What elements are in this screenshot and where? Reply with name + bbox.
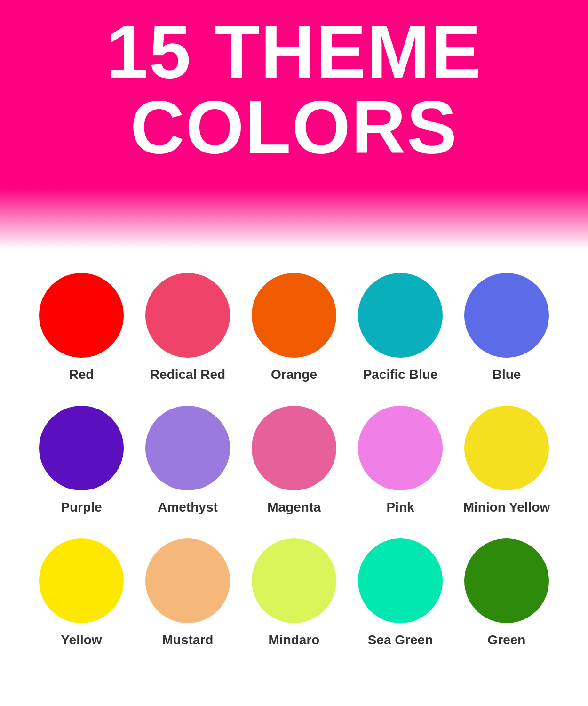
header: 15 THEME COLORS — [0, 0, 588, 188]
page-title: 15 THEME COLORS — [9, 14, 579, 165]
color-item-green: Green — [453, 529, 560, 662]
color-circle-mindaro — [252, 538, 336, 623]
color-item-sea-green: Sea Green — [347, 529, 453, 662]
color-label-blue: Blue — [493, 367, 521, 382]
color-item-radical-red: Redical Red — [135, 264, 241, 396]
color-circle-minion-yellow — [464, 406, 549, 490]
color-label-green: Green — [488, 633, 526, 648]
color-circle-blue — [464, 273, 549, 358]
color-item-mindaro: Mindaro — [241, 529, 347, 662]
color-item-minion-yellow: Minion Yellow — [453, 396, 560, 529]
color-label-amethyst: Amethyst — [158, 500, 218, 515]
color-label-pink: Pink — [386, 500, 414, 515]
color-label-magenta: Magenta — [267, 500, 321, 515]
color-circle-red — [39, 273, 124, 358]
color-item-orange: Orange — [241, 264, 347, 396]
color-circle-green — [464, 538, 549, 623]
color-label-red: Red — [69, 367, 94, 382]
color-circle-magenta — [252, 406, 336, 490]
color-item-yellow: Yellow — [28, 529, 135, 662]
color-item-red: Red — [28, 264, 135, 396]
color-label-radical-red: Redical Red — [150, 367, 225, 382]
color-circle-orange — [252, 273, 336, 358]
color-circle-radical-red — [145, 273, 230, 358]
color-circle-mustard — [145, 538, 230, 623]
color-item-amethyst: Amethyst — [135, 396, 241, 529]
color-label-mindaro: Mindaro — [269, 633, 320, 648]
color-item-pacific-blue: Pacific Blue — [347, 264, 453, 396]
color-label-orange: Orange — [271, 367, 317, 382]
color-item-magenta: Magenta — [241, 396, 347, 529]
color-label-yellow: Yellow — [61, 633, 102, 648]
color-circle-sea-green — [358, 538, 443, 623]
color-circle-yellow — [39, 538, 124, 623]
color-label-purple: Purple — [61, 500, 102, 515]
color-circle-amethyst — [145, 406, 230, 490]
color-item-pink: Pink — [347, 396, 453, 529]
color-label-mustard: Mustard — [162, 633, 214, 648]
color-item-blue: Blue — [453, 264, 560, 396]
color-item-mustard: Mustard — [135, 529, 241, 662]
color-circle-pink — [358, 406, 443, 490]
color-label-sea-green: Sea Green — [368, 633, 433, 648]
color-label-minion-yellow: Minion Yellow — [463, 500, 550, 515]
header-gradient — [0, 188, 588, 249]
color-circle-pacific-blue — [358, 273, 443, 358]
color-label-pacific-blue: Pacific Blue — [363, 367, 438, 382]
color-item-purple: Purple — [28, 396, 135, 529]
color-circle-purple — [39, 406, 124, 490]
colors-grid: RedRedical RedOrangePacific BlueBluePurp… — [0, 249, 588, 690]
